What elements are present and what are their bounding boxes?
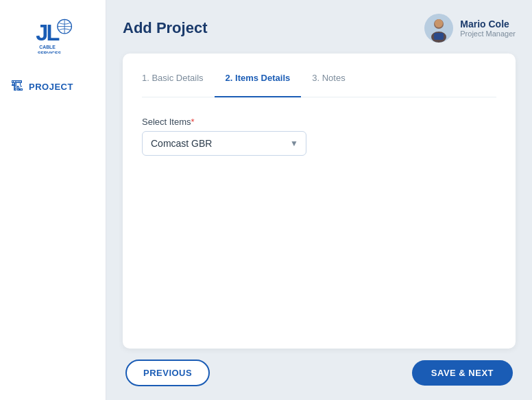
header-row: Add Project Mario Cole Project M [123, 14, 516, 43]
select-items-group: Select Items* Comcast GBR Option 2 Optio… [142, 117, 496, 156]
form-card: 1. Basic Details 2. Items Details 3. Not… [123, 54, 516, 349]
select-items-label: Select Items* [142, 117, 496, 127]
sidebar-item-project[interactable]: 🏗 PROJECT [0, 74, 106, 99]
svg-text:SERVICES: SERVICES [38, 51, 62, 54]
logo-area: J L CABLE SERVICES [32, 12, 73, 54]
main-content: Add Project Mario Cole Project M [106, 0, 532, 400]
user-role: Project Manager [460, 30, 516, 38]
svg-rect-10 [434, 33, 444, 40]
step-items-details[interactable]: 2. Items Details [215, 70, 302, 86]
save-next-button[interactable]: SAVE & NEXT [412, 360, 513, 386]
sidebar-item-label: PROJECT [29, 82, 73, 92]
previous-button[interactable]: PREVIOUS [125, 360, 210, 386]
svg-point-11 [435, 19, 443, 27]
user-info: Mario Cole Project Manager [424, 14, 516, 43]
user-text: Mario Cole Project Manager [460, 19, 516, 38]
select-items-input[interactable]: Comcast GBR Option 2 Option 3 [142, 131, 306, 156]
project-icon: 🏗 [11, 80, 23, 94]
sidebar: J L CABLE SERVICES 🏗 PROJECT [0, 0, 106, 400]
avatar [424, 14, 453, 43]
select-items-wrapper: Comcast GBR Option 2 Option 3 ▼ [142, 131, 306, 156]
page-title: Add Project [123, 19, 207, 37]
step-notes[interactable]: 3. Notes [301, 70, 356, 86]
svg-text:CABLE: CABLE [39, 45, 56, 49]
footer-row: PREVIOUS SAVE & NEXT [123, 360, 516, 386]
steps-nav: 1. Basic Details 2. Items Details 3. Not… [142, 70, 496, 97]
step-basic-details[interactable]: 1. Basic Details [142, 70, 215, 86]
user-name: Mario Cole [460, 19, 516, 30]
